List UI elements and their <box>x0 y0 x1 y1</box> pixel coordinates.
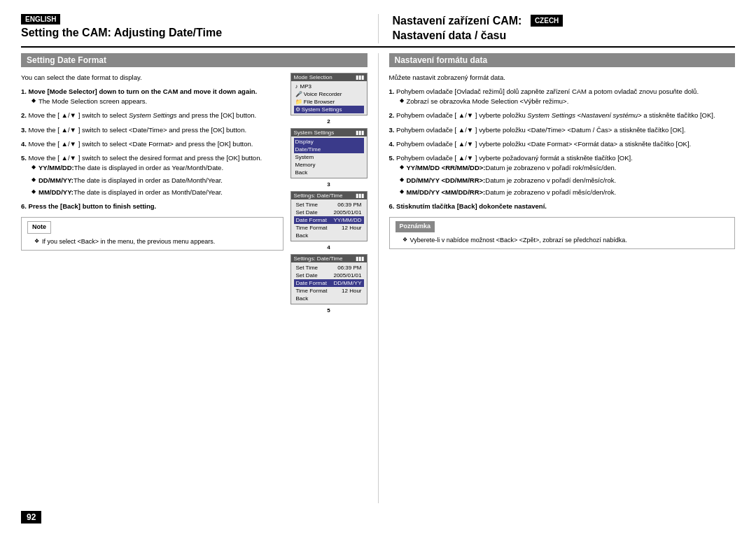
right-panel: Nastavení formátu data Můžete nastavit z… <box>379 53 736 503</box>
steps-text-right: Můžete nastavit zobrazený formát data. 1… <box>389 73 736 250</box>
screen-3: System Settings ▮▮▮ Display Date/Time Sy… <box>290 128 368 178</box>
screen-2-body: ♪ MP3 🎤 Voice Recorder 📁 File Browser ⚙ … <box>291 81 367 115</box>
diagram-2: Mode Selection ▮▮▮ ♪ MP3 🎤 Voice Recorde… <box>290 73 368 125</box>
screen-item-file: 📁 File Browser <box>294 98 364 106</box>
step-5-bullet-1: YY/MM/DD: The date is displayed in order… <box>31 163 284 173</box>
step-5-bullet-3: MM/DD/YY: The date is displayed in order… <box>31 188 284 197</box>
diagram-num-4: 4 <box>290 244 368 251</box>
battery-icon: ▮▮▮ <box>356 74 364 80</box>
screen-5-row-setdate: Set Date2005/01/01 <box>294 272 364 279</box>
note-label: Note <box>27 221 51 234</box>
step-5-right-bullet-1: YY/MM/DD <RR/MM/DD>: Datum je zobrazeno … <box>400 163 736 173</box>
step-5-left: 5. Move the [ ▲/▼ ] switch to select the… <box>21 153 284 197</box>
screen-5-icons: ▮▮▮ <box>356 255 364 262</box>
screen-5-title: Settings: Date/Time <box>294 255 343 262</box>
screen-item-datetime: Date/Time <box>294 146 364 153</box>
screen-2-titlebar: Mode Selection ▮▮▮ <box>291 73 367 81</box>
step-6-left: 6. Press the [Back] button to finish set… <box>21 202 284 211</box>
screen-5-row-timeformat: Time Format12 Hour <box>294 287 364 295</box>
screen-2-title: Mode Selection <box>294 74 332 80</box>
step-2-left: 2. Move the [ ▲/▼ ] switch to select Sys… <box>21 111 284 120</box>
page-container: ENGLISH Setting the CAM: Adjusting Date/… <box>0 0 756 534</box>
diagram-num-3: 3 <box>290 181 368 188</box>
screen-item-system: ⚙ System Settings <box>294 106 364 113</box>
step-1-right-bullet: Zobrazí se obrazovka Mode Selection <Výb… <box>400 97 736 106</box>
step-4-left: 4. Move the [ ▲/▼ ] switch to select <Da… <box>21 139 284 149</box>
main-title-cz-line2: Nastavení data / času <box>393 29 564 43</box>
czech-badge: CZECH <box>531 15 563 27</box>
step-5-right: 5. Pohybem ovladače [ ▲/▼ ] vyberte poža… <box>389 153 736 197</box>
steps-content-left: You can select the date format to displa… <box>21 73 368 317</box>
page-number: 92 <box>21 511 41 524</box>
right-section-header: Nastavení formátu data <box>389 53 736 67</box>
content-area: Setting Date Format You can select the d… <box>21 53 735 503</box>
diagram-num-5: 5 <box>290 307 368 314</box>
note-text-right: Vyberete-li v nabídce možnost <Back> <Zp… <box>402 236 729 246</box>
screen-item-display: Display <box>294 138 364 146</box>
diagram-5: Settings: Date/Time ▮▮▮ Set Time06:39 PM… <box>290 254 368 314</box>
step-1-bullet: The Mode Selection screen appears. <box>31 97 284 106</box>
right-intro: Můžete nastavit zobrazený formát data. <box>389 73 736 83</box>
screen-3-icons: ▮▮▮ <box>356 129 364 136</box>
screen-5-row-dateformat: Date FormatDD/MM/YY <box>294 279 364 287</box>
english-badge: ENGLISH <box>21 14 60 24</box>
step-6-right: 6. Stisknutím tlačítka [Back] dokončete … <box>389 202 736 211</box>
screen-5-row-settime: Set Time06:39 PM <box>294 264 364 272</box>
main-title-cz-line1: Nastavení zařízení CAM: CZECH <box>393 14 564 29</box>
screen-4-row-timeformat: Time Format12 Hour <box>294 224 364 232</box>
screen-3-title: System Settings <box>294 129 335 136</box>
screen-2: Mode Selection ▮▮▮ ♪ MP3 🎤 Voice Recorde… <box>290 73 368 115</box>
step-5-bullet-2: DD/MM/YY: The date is displayed in order… <box>31 176 284 185</box>
step-5-right-bullet-3: MM/DD/YY <MM/DD/RR>: Datum je zobrazeno … <box>400 188 736 197</box>
czech-title-block: Nastavení zařízení CAM: CZECH Nastavení … <box>393 14 564 43</box>
czech-header-inner: Nastavení zařízení CAM: CZECH Nastavení … <box>393 14 736 43</box>
diagram-num-2: 2 <box>290 118 368 125</box>
screen-item-voice: 🎤 Voice Recorder <box>294 90 364 98</box>
screen-4-body: Set Time06:39 PM Set Date2005/01/01 Date… <box>291 199 367 241</box>
screen-3-titlebar: System Settings ▮▮▮ <box>291 129 367 136</box>
step-1-left: 1. Move [Mode Selector] down to turn on … <box>21 87 284 107</box>
screen-5-row-back: Back <box>294 295 364 302</box>
steps-text-left: You can select the date format to displa… <box>21 73 284 317</box>
step-2-right: 2. Pohybem ovladače [ ▲/▼ ] vyberte polo… <box>389 111 736 120</box>
screen-4-row-setdate: Set Date2005/01/01 <box>294 209 364 216</box>
step-4-right: 4. Pohybem ovladače [ ▲/▼ ] vyberte polo… <box>389 139 736 149</box>
left-section-header: Setting Date Format <box>21 53 368 67</box>
screen-item-memory: Memory <box>294 161 364 169</box>
note-text-left: If you select <Back> in the menu, the pr… <box>34 237 277 247</box>
screen-5: Settings: Date/Time ▮▮▮ Set Time06:39 PM… <box>290 254 368 304</box>
screen-5-body: Set Time06:39 PM Set Date2005/01/01 Date… <box>291 262 367 304</box>
step-3-right: 3. Pohybem ovladače [ ▲/▼ ] vyberte polo… <box>389 125 736 135</box>
step-3-left: 3. Move the [ ▲/▼ ] switch to select <Da… <box>21 125 284 135</box>
screen-4-titlebar: Settings: Date/Time ▮▮▮ <box>291 192 367 199</box>
left-panel: Setting Date Format You can select the d… <box>21 53 379 503</box>
screen-4-icons: ▮▮▮ <box>356 192 364 199</box>
screen-4: Settings: Date/Time ▮▮▮ Set Time06:39 PM… <box>290 191 368 241</box>
screen-3-body: Display Date/Time System Memory Back <box>291 136 367 178</box>
step-1-right: 1. Pohybem ovladače [Ovladač režimů] dol… <box>389 87 736 107</box>
screen-4-title: Settings: Date/Time <box>294 192 343 199</box>
english-section: ENGLISH Setting the CAM: Adjusting Date/… <box>21 14 378 41</box>
screen-item-back3: Back <box>294 169 364 176</box>
screen-item-mp3: ♪ MP3 <box>294 83 364 90</box>
header: ENGLISH Setting the CAM: Adjusting Date/… <box>21 14 735 48</box>
note-box-left: Note If you select <Back> in the menu, t… <box>21 217 284 251</box>
note-box-right: Poznámka Vyberete-li v nabídce možnost <… <box>389 217 736 249</box>
screen-4-row-settime: Set Time06:39 PM <box>294 201 364 209</box>
diagram-4: Settings: Date/Time ▮▮▮ Set Time06:39 PM… <box>290 191 368 251</box>
screen-4-row-dateformat: Date FormatYY/MM/DD <box>294 216 364 224</box>
poznámka-label: Poznámka <box>396 221 435 232</box>
diagram-3: System Settings ▮▮▮ Display Date/Time Sy… <box>290 128 368 188</box>
screen-item-system2: System <box>294 153 364 161</box>
czech-section: Nastavení zařízení CAM: CZECH Nastavení … <box>378 14 736 43</box>
screen-5-titlebar: Settings: Date/Time ▮▮▮ <box>291 255 367 262</box>
screen-2-icons: ▮▮▮ <box>356 74 364 80</box>
screen-4-row-back: Back <box>294 232 364 239</box>
main-title-en: Setting the CAM: Adjusting Date/Time <box>21 26 364 41</box>
step-5-right-bullet-2: DD/MM/YY <DD/MM/RR>: Datum je zobrazeno … <box>400 176 736 185</box>
diagrams-left: Mode Selection ▮▮▮ ♪ MP3 🎤 Voice Recorde… <box>290 73 368 317</box>
left-intro: You can select the date format to displa… <box>21 73 284 83</box>
